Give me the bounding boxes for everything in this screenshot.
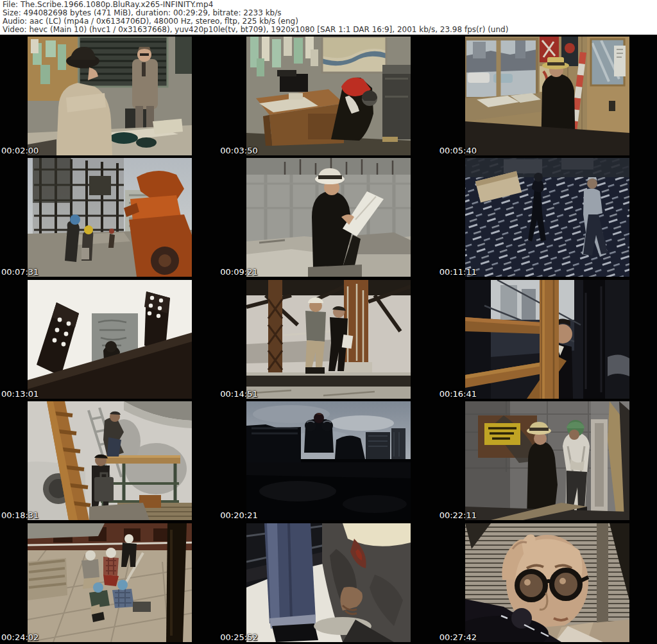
thumbnail-image-14	[246, 523, 411, 642]
timestamp-label: 00:20:21	[220, 511, 257, 519]
thumbnail-cell: 00:25:52	[219, 521, 438, 643]
thumbnail-image-11	[246, 401, 411, 520]
thumbnail-image-7	[28, 280, 192, 399]
thumbnail-image-5	[246, 158, 411, 277]
thumbnail-image-1	[28, 37, 192, 155]
thumbnail-cell: 00:24:02	[0, 521, 219, 643]
thumbnail-cell: 00:27:42	[438, 521, 657, 643]
thumbnail-image-8	[246, 280, 411, 399]
file-name-line: File: The.Scribe.1966.1080p.BluRay.x265-…	[3, 1, 654, 9]
timestamp-label: 00:18:31	[1, 511, 38, 519]
thumbnail-image-15	[465, 523, 629, 642]
timestamp-label: 00:07:31	[1, 268, 38, 276]
thumbnail-cell: 00:05:40	[438, 35, 657, 157]
file-size-line: Size: 494082698 bytes (471 MiB), duratio…	[3, 9, 654, 17]
timestamp-label: 00:03:50	[220, 146, 257, 155]
timestamp-label: 00:09:21	[220, 268, 257, 276]
timestamp-label: 00:27:42	[439, 633, 477, 641]
timestamp-label: 00:22:11	[439, 511, 477, 519]
timestamp-label: 00:25:52	[220, 633, 257, 641]
thumbnail-cell: 00:14:51	[219, 278, 438, 400]
thumbnail-cell: 00:03:50	[219, 35, 438, 157]
thumbnail-image-6	[465, 158, 629, 277]
thumbnail-image-2	[246, 37, 411, 155]
thumbnail-image-13	[28, 523, 192, 642]
file-info-header: File: The.Scribe.1966.1080p.BluRay.x265-…	[0, 0, 657, 35]
timestamp-label: 00:14:51	[220, 390, 257, 398]
thumbnail-cell: 00:13:01	[0, 278, 219, 400]
thumbnail-cell: 00:02:00	[0, 35, 219, 157]
thumbnail-cell: 00:16:41	[438, 278, 657, 400]
video-info-line: Video: hevc (Main 10) (hvc1 / 0x31637668…	[3, 26, 654, 34]
thumbnail-image-9	[465, 280, 629, 399]
timestamp-label: 00:05:40	[439, 146, 477, 155]
audio-info-line: Audio: aac (LC) (mp4a / 0x6134706D), 480…	[3, 17, 654, 26]
thumbnail-cell: 00:22:11	[438, 400, 657, 522]
thumbnail-cell: 00:07:31	[0, 157, 219, 279]
timestamp-label: 00:24:02	[1, 633, 38, 641]
thumbnail-cell: 00:18:31	[0, 400, 219, 522]
timestamp-label: 00:13:01	[1, 390, 38, 398]
thumbnail-image-3	[465, 37, 629, 155]
timestamp-label: 00:16:41	[439, 390, 477, 398]
timestamp-label: 00:11:11	[439, 268, 477, 276]
thumbnail-cell: 00:20:21	[219, 400, 438, 522]
thumbnail-cell: 00:11:11	[438, 157, 657, 279]
timestamp-label: 00:02:00	[1, 146, 38, 155]
thumbnail-grid: 00:02:00	[0, 35, 657, 644]
thumbnail-cell: 00:09:21	[219, 157, 438, 279]
thumbnail-image-4	[28, 158, 192, 277]
thumbnail-image-10	[28, 401, 192, 520]
thumbnail-image-12	[465, 401, 629, 520]
